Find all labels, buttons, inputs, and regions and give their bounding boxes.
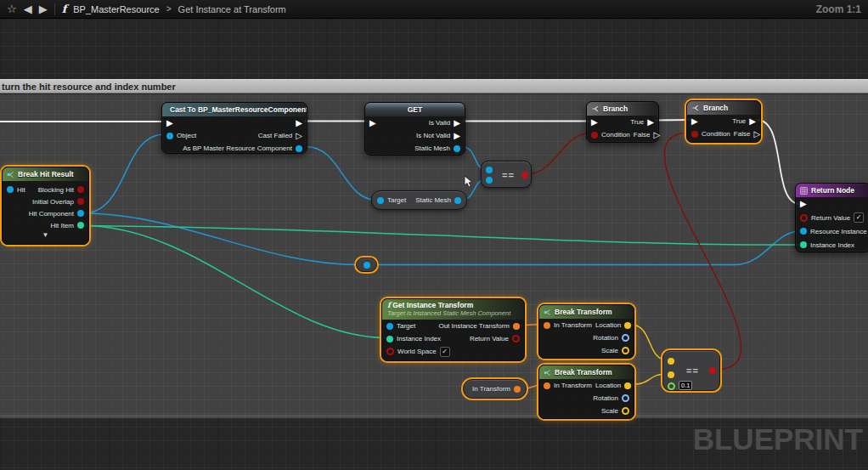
equal-input-a-pin[interactable] <box>486 167 493 173</box>
rotation-pin[interactable] <box>622 394 629 402</box>
breadcrumb-separator-icon: > <box>166 4 172 14</box>
wire-reroute-resourceinstance[interactable] <box>373 231 800 265</box>
condition-pin[interactable] <box>691 131 698 138</box>
node-get-static-mesh[interactable]: GET ▶ Is Valid▶ Is Not Valid▶ Static Mes… <box>364 102 465 156</box>
forward-arrow-icon[interactable]: ▶ <box>39 3 48 14</box>
in-transform-pin[interactable] <box>544 382 550 389</box>
is-valid-exec-pin[interactable]: ▶ <box>454 119 460 127</box>
grid-icon <box>800 187 808 195</box>
object-pin[interactable] <box>166 133 173 139</box>
expand-pins-arrow[interactable]: ▼ <box>3 231 88 241</box>
breadcrumb-root[interactable]: BP_MasterResource <box>73 4 160 14</box>
in-transform-pin[interactable] <box>544 322 550 329</box>
favorite-star-icon[interactable]: ☆ <box>7 3 17 14</box>
node-subtitle: Target is Instanced Static Mesh Componen… <box>387 309 519 317</box>
equal-output-pin[interactable] <box>521 172 528 178</box>
cast-failed-exec-pin[interactable]: ▷ <box>296 132 302 140</box>
node-title: Return Node <box>811 186 854 195</box>
false-exec-pin[interactable]: ▷ <box>653 131 660 139</box>
node-title: Break Transform <box>555 368 612 377</box>
return-value-pin[interactable] <box>800 214 808 222</box>
in-transform-out-pin[interactable] <box>514 386 521 393</box>
is-not-valid-exec-pin[interactable]: ▶ <box>454 132 460 140</box>
toolbar: ☆ ◀ ▶ f BP_MasterResource > Get Instance… <box>0 0 868 19</box>
blocking-hit-pin[interactable] <box>77 186 84 193</box>
wire-hitcomponent-castobject[interactable] <box>82 134 165 213</box>
wire-hititem-returnindex[interactable] <box>82 226 800 246</box>
equal-operator: == <box>502 170 515 180</box>
static-mesh-pin[interactable] <box>454 145 460 152</box>
exec-in-pin[interactable]: ▶ <box>800 200 807 208</box>
node-equal-object[interactable]: == <box>481 161 532 188</box>
wire-hitcomponent-reroute[interactable] <box>82 213 360 265</box>
node-in-transform-get[interactable]: In Transform <box>463 379 527 399</box>
target-pin[interactable] <box>377 197 384 204</box>
exec-in-pin[interactable]: ▶ <box>691 117 698 126</box>
location-pin[interactable] <box>624 322 631 329</box>
break-struct-icon <box>7 171 14 178</box>
wire-equal2-branch2condition[interactable] <box>664 133 741 370</box>
node-get-instance-transform[interactable]: f Get Instance Transform Target is Insta… <box>381 298 525 361</box>
rotation-pin[interactable] <box>622 334 629 342</box>
reroute-pin[interactable] <box>364 262 370 269</box>
wire-exec-branch2-return[interactable] <box>757 120 800 204</box>
location-pin[interactable] <box>624 382 631 389</box>
equal-output-pin[interactable] <box>709 367 716 374</box>
exec-out-pin[interactable]: ▶ <box>296 119 302 127</box>
wire-layer <box>0 0 868 470</box>
condition-pin[interactable] <box>591 132 598 139</box>
world-space-checkbox[interactable]: ✓ <box>440 347 450 357</box>
exec-in-pin[interactable]: ▶ <box>591 118 598 127</box>
wire-exec-branch1-branch2[interactable] <box>655 120 690 121</box>
break-struct-icon <box>544 309 551 316</box>
instance-index-pin[interactable] <box>800 241 807 248</box>
hit-item-pin[interactable] <box>77 222 84 229</box>
node-break-hit-result[interactable]: Break Hit Result Hit Blocking Hit Initia… <box>2 167 89 245</box>
node-title: Get Instance Transform <box>392 301 473 309</box>
out-instance-transform-pin[interactable] <box>513 323 520 330</box>
scale-pin[interactable] <box>622 347 629 354</box>
true-exec-pin[interactable]: ▶ <box>749 117 756 126</box>
return-value-pin[interactable] <box>512 335 520 343</box>
target-pin[interactable] <box>386 323 393 330</box>
node-title: Branch <box>703 104 728 112</box>
break-struct-icon <box>544 369 551 377</box>
static-mesh-out-pin[interactable] <box>454 197 461 204</box>
equal-input-a-pin[interactable] <box>668 358 674 365</box>
error-tolerance-pin[interactable] <box>668 382 675 390</box>
node-branch-2[interactable]: Branch ▶ True▶ Condition False▷ <box>686 100 761 143</box>
as-component-pin[interactable] <box>296 145 302 152</box>
breadcrumb-current[interactable]: Get Instance at Transform <box>178 4 286 14</box>
wire-equal1-branch1condition[interactable] <box>527 133 589 175</box>
node-title: Cast To BP_MasterResourceComponent <box>170 105 307 114</box>
false-exec-pin[interactable]: ▷ <box>753 130 760 139</box>
node-reroute-knot[interactable] <box>356 258 377 272</box>
exec-in-pin[interactable]: ▶ <box>166 119 173 127</box>
node-branch-1[interactable]: Branch ▶ True▶ Condition False▷ <box>586 101 659 143</box>
function-icon: f <box>387 301 391 309</box>
branch-icon <box>591 105 600 113</box>
mouse-cursor-icon <box>464 175 476 189</box>
equal-input-b-pin[interactable] <box>668 371 674 378</box>
node-title: Break Transform <box>555 308 612 316</box>
back-arrow-icon[interactable]: ◀ <box>24 3 32 14</box>
hit-component-pin[interactable] <box>77 210 84 217</box>
return-value-checkbox[interactable]: ✓ <box>854 212 864 223</box>
node-equal-vector[interactable]: == 0.1 <box>662 350 720 391</box>
true-exec-pin[interactable]: ▶ <box>647 118 654 127</box>
scale-pin[interactable] <box>622 407 629 415</box>
node-break-transform-1[interactable]: Break Transform In Transform Location Ro… <box>538 304 634 359</box>
node-title: GET <box>408 105 422 114</box>
node-cast-to-bp-masterresourcecomponent[interactable]: Cast To BP_MasterResourceComponent ▶ ▶ O… <box>161 102 307 154</box>
exec-in-pin[interactable]: ▶ <box>369 119 376 127</box>
node-get-static-mesh-compact[interactable]: Target Static Mesh <box>371 190 467 210</box>
equal-input-b-pin[interactable] <box>486 177 493 184</box>
resource-instance-pin[interactable] <box>800 228 807 235</box>
world-space-pin[interactable] <box>386 348 394 355</box>
hit-pin[interactable] <box>7 186 14 193</box>
initial-overlap-pin[interactable] <box>77 198 84 205</box>
error-tolerance-input[interactable]: 0.1 <box>679 381 692 390</box>
node-break-transform-2[interactable]: Break Transform In Transform Location Ro… <box>538 365 634 419</box>
node-return[interactable]: Return Node ▶ Return Value✓ Resource Ins… <box>795 183 868 252</box>
instance-index-pin[interactable] <box>386 336 393 343</box>
